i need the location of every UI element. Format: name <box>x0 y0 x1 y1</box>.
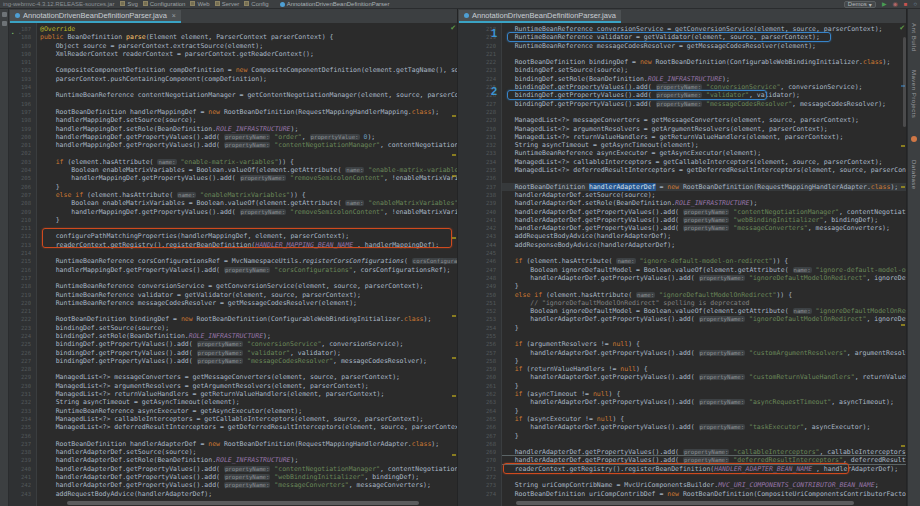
code-line[interactable]: handlerAdapterDef.getPropertyValues().ad… <box>502 216 906 224</box>
vertical-scrollbar[interactable] <box>903 37 906 127</box>
code-line[interactable]: ManagedList<?> callableInterceptors = ge… <box>502 158 906 166</box>
code-line[interactable]: handlerMappingDef.getPropertyValues().ad… <box>37 174 457 182</box>
code-line[interactable] <box>37 149 457 157</box>
code-line[interactable]: } <box>502 432 906 440</box>
code-line[interactable]: bindingDef.setSource(source); <box>37 324 457 332</box>
code-line[interactable]: if (asyncTimeout != null) { <box>502 390 906 398</box>
code-line[interactable] <box>502 249 906 257</box>
horizontal-scrollbar[interactable] <box>516 501 854 505</box>
code-line[interactable]: bindingDef.getPropertyValues().add( prop… <box>37 340 457 348</box>
code-line[interactable]: addRequestBodyAdvice(handlerAdapterDef); <box>37 490 457 498</box>
code-line[interactable]: RootBeanDefinition bindingDef = new Root… <box>502 58 906 66</box>
code-line[interactable]: } <box>37 216 457 224</box>
code-line[interactable]: handlerAdapterDef.getPropertyValues().ad… <box>502 423 906 431</box>
tab-right-file[interactable]: AnnotationDrivenBeanDefinitionParser.jav… <box>459 10 621 23</box>
code-line[interactable]: RootBeanDefinition uriCompContribDef = n… <box>502 490 906 498</box>
tool-window-button-maven-projects[interactable]: Maven Projects <box>911 70 917 118</box>
code-line[interactable] <box>37 83 457 91</box>
code-line[interactable]: else if (element.hasAttribute( name: "ig… <box>502 291 906 299</box>
code-line[interactable]: ManagedList<?> callableInterceptors = ge… <box>37 415 457 423</box>
code-line[interactable] <box>502 332 906 340</box>
horizontal-scrollbar[interactable] <box>67 501 419 505</box>
code-line[interactable]: bindingDef.getPropertyValues().add( prop… <box>37 349 457 357</box>
code-line[interactable]: handlerAdapterDef.getPropertyValues().ad… <box>502 398 906 406</box>
code-line[interactable]: RuntimeBeanReference messageCodesResolve… <box>502 42 906 50</box>
code-line[interactable]: Object source = parserContext.extractSou… <box>37 42 457 50</box>
code-line[interactable]: CompositeComponentDefinition compDefinit… <box>37 66 457 74</box>
code-line[interactable]: handlerAdapterDef.getPropertyValues().ad… <box>37 481 457 489</box>
code-line[interactable]: readerContext.getRegistry().registerBean… <box>502 465 906 473</box>
code-line[interactable]: RuntimeBeanReference contentNegotiationM… <box>37 91 457 99</box>
code-line[interactable]: RuntimeBeanReference corsConfigurationsR… <box>37 257 457 265</box>
code-line[interactable]: handlerAdapterDef.setRole(BeanDefinition… <box>502 199 906 207</box>
structure-tool-icon[interactable] <box>2 21 7 26</box>
code-line[interactable] <box>37 274 457 282</box>
code-line[interactable]: String asyncTimeout = getAsyncTimeout(el… <box>502 141 906 149</box>
code-line[interactable]: } <box>502 324 906 332</box>
code-line[interactable]: handlerMappingDef.setSource(source); <box>37 116 457 124</box>
code-line[interactable]: handlerAdapterDef.setSource(source); <box>502 191 906 199</box>
search-icon[interactable]: ○ <box>913 1 917 8</box>
project-tool-icon[interactable] <box>2 12 7 17</box>
code-line[interactable]: XmlReaderContext readerContext = parserC… <box>37 50 457 58</box>
code-line[interactable]: RuntimeBeanReference conversionService =… <box>502 25 906 33</box>
code-line[interactable] <box>37 224 457 232</box>
code-line[interactable]: addResponseBodyAdvice(handlerAdapterDef)… <box>502 241 906 249</box>
code-line[interactable]: handlerAdapterDef.getPropertyValues().ad… <box>502 448 906 456</box>
code-line[interactable]: public BeanDefinition parse(Element elem… <box>37 33 457 41</box>
code-line[interactable]: Boolean enableMatrixVariables = Boolean.… <box>37 166 457 174</box>
code-line[interactable]: ManagedList<?> argumentResolvers = getAr… <box>37 382 457 390</box>
implement-marker-icon[interactable]: ◦ <box>19 31 21 36</box>
stop-icon[interactable]: ■ <box>904 1 908 8</box>
code-line[interactable]: ManagedList<?> returnValueHandlers = get… <box>502 133 906 141</box>
code-line[interactable]: ManagedList<?> deferredResultInterceptor… <box>502 166 906 174</box>
code-line[interactable]: RuntimeBeanReference validator = getVali… <box>502 33 906 41</box>
code-line[interactable]: handlerMappingDef.getPropertyValues().ad… <box>37 133 457 141</box>
code-line[interactable]: configurePathMatchingProperties(handlerM… <box>37 232 457 240</box>
code-line[interactable]: Boolean ignoreDefaultModel = Boolean.val… <box>502 266 906 274</box>
toolbar-item-config[interactable]: Config <box>244 1 268 7</box>
code-line[interactable]: Boolean enableMatrixVariables = Boolean.… <box>37 199 457 207</box>
code-line[interactable] <box>502 440 906 448</box>
code-line[interactable]: String uriCompContribName = MvcUriCompon… <box>502 481 906 489</box>
code-line[interactable]: readerContext.getRegistry().registerBean… <box>37 241 457 249</box>
toolbar-item-web[interactable]: Web <box>190 1 209 7</box>
code-line[interactable] <box>502 174 906 182</box>
code-line[interactable] <box>37 365 457 373</box>
code-line[interactable]: handlerAdapterDef.getPropertyValues().ad… <box>502 315 906 323</box>
code-line[interactable] <box>502 473 906 481</box>
code-line[interactable]: ManagedList<?> messageConverters = getMe… <box>37 373 457 381</box>
code-line[interactable]: handlerMappingDef.getPropertyValues().ad… <box>37 208 457 216</box>
code-line[interactable]: handlerMappingDef.getPropertyValues().ad… <box>37 141 457 149</box>
tool-window-button-database[interactable]: Database <box>911 160 917 190</box>
code-line[interactable]: handlerAdapterDef.setRole(BeanDefinition… <box>37 456 457 464</box>
code-line[interactable]: handlerAdapterDef.getPropertyValues().ad… <box>502 274 906 282</box>
code-line[interactable]: RuntimeBeanReference asyncExecutor = get… <box>37 407 457 415</box>
code-line[interactable]: bindingDef.setRole(BeanDefinition.ROLE_I… <box>37 332 457 340</box>
code-line[interactable]: // "ignoreDefaultModelOnRedirect" spelli… <box>502 299 906 307</box>
toolbar-item-configuration[interactable]: Configuration <box>143 1 186 7</box>
code-line[interactable]: ManagedList<?> deferredResultInterceptor… <box>37 423 457 431</box>
code-line[interactable]: ManagedList<?> argumentResolvers = getAr… <box>502 125 906 133</box>
run-config-select[interactable]: Demos ▾ <box>844 1 876 8</box>
code-line[interactable]: bindingDef.setSource(source); <box>502 66 906 74</box>
code-line[interactable]: handlerAdapterDef.getPropertyValues().ad… <box>502 349 906 357</box>
code-line[interactable]: handlerMappingDef.setRole(BeanDefinition… <box>37 125 457 133</box>
code-line[interactable] <box>37 249 457 257</box>
code-line[interactable]: handlerAdapterDef.getPropertyValues().ad… <box>502 208 906 216</box>
code-line[interactable]: if (argumentResolvers != null) { <box>502 340 906 348</box>
override-marker-icon[interactable]: ▪ <box>12 31 14 36</box>
code-line[interactable]: bindingDef.getPropertyValues().add( prop… <box>37 357 457 365</box>
code-line[interactable]: if (element.hasAttribute( name: "enable-… <box>37 158 457 166</box>
code-line[interactable]: bindingDef.getPropertyValues().add( prop… <box>502 91 906 99</box>
code-line[interactable]: ManagedList<?> returnValueHandlers = get… <box>37 390 457 398</box>
code-line[interactable]: if (asyncExecutor != null) { <box>502 415 906 423</box>
code-line[interactable] <box>37 432 457 440</box>
code-line[interactable]: RootBeanDefinition handlerAdapterDef = n… <box>37 440 457 448</box>
code-line[interactable]: RootBeanDefinition handlerMappingDef = n… <box>37 108 457 116</box>
code-line[interactable]: } <box>502 407 906 415</box>
code-line[interactable]: ManagedList<?> messageConverters = getMe… <box>502 116 906 124</box>
code-line[interactable]: addRequestBodyAdvice(handlerAdapterDef); <box>502 232 906 240</box>
code-line[interactable]: } <box>502 382 906 390</box>
code-line[interactable]: bindingDef.getPropertyValues().add( prop… <box>502 100 906 108</box>
